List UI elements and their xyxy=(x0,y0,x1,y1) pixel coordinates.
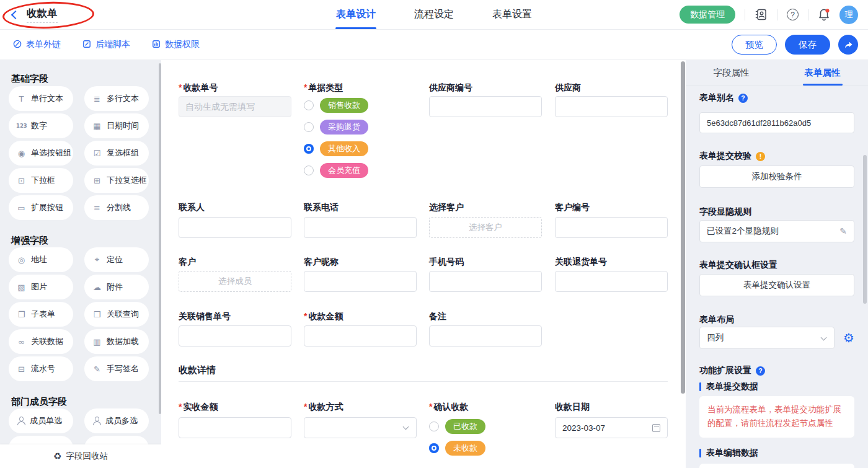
sidebar-item-dropdown[interactable]: ⊡下拉框 xyxy=(9,168,73,193)
related-return-no-input[interactable] xyxy=(555,271,668,292)
data-permission-label: 数据权限 xyxy=(165,39,200,50)
sidebar-item-linked-query[interactable]: ❒关联查询 xyxy=(84,302,149,327)
amount-input[interactable] xyxy=(304,325,417,347)
backend-script-button[interactable]: 后端脚本 xyxy=(82,39,130,51)
edit-icon[interactable] xyxy=(839,226,847,236)
submit-validation-label: 表单提交校验 xyxy=(699,151,751,162)
doc-type-option-member-recharge[interactable]: 会员充值 xyxy=(304,163,417,178)
sidebar-item-linked-data[interactable]: ∞关联数据 xyxy=(9,329,73,354)
field-sidebar: 基础字段 T单行文本 ≣多行文本 123数字 ▦日期时间 ◉单选按钮组 ☑复选框… xyxy=(0,60,161,468)
sidebar-item-multi-line-text[interactable]: ≣多行文本 xyxy=(84,86,149,111)
form-canvas: 收款单号 单据类型 销售收款 采购退货 其他收入 会员充值 供应商编号 供应商 xyxy=(161,60,686,468)
checkbox-group-icon: ☑ xyxy=(92,149,102,158)
field-label-receipt-date: 收款日期 xyxy=(555,402,668,413)
doc-type-option-other-income[interactable]: 其他收入 xyxy=(304,141,417,156)
customer-member-picker[interactable]: 选择成员 xyxy=(179,271,291,292)
field-label-remark: 备注 xyxy=(429,311,542,322)
sidebar-item-serial-number[interactable]: ⊟流水号 xyxy=(9,356,73,381)
payment-method-select[interactable] xyxy=(304,417,417,438)
tab-form-properties[interactable]: 表单属性 xyxy=(777,60,868,86)
sidebar-item-member-multi[interactable]: 成员多选 xyxy=(84,408,149,433)
submit-confirm-button[interactable]: 表单提交确认设置 xyxy=(699,274,854,296)
tab-flow-settings[interactable]: 流程设定 xyxy=(414,0,454,29)
page-title: 收款单 xyxy=(27,7,58,23)
confirm-option-received[interactable]: 已收款 xyxy=(429,419,542,434)
panel-scrollbar[interactable] xyxy=(863,155,867,304)
section-title-receipt-detail: 收款详情 xyxy=(179,364,216,376)
field-label-customer-nick: 客户昵称 xyxy=(304,257,417,268)
radio-unselected-icon[interactable] xyxy=(429,422,439,431)
divider xyxy=(745,9,745,20)
sidebar-item-address[interactable]: ◎地址 xyxy=(9,247,73,272)
actual-amount-input[interactable] xyxy=(179,417,291,438)
tab-form-design[interactable]: 表单设计 xyxy=(336,0,376,29)
single-line-text-icon: T xyxy=(16,94,27,104)
gear-icon[interactable] xyxy=(843,330,854,345)
tab-field-properties[interactable]: 字段属性 xyxy=(686,60,777,86)
receipt-no-input[interactable] xyxy=(179,96,291,117)
radio-selected-icon[interactable] xyxy=(429,443,439,453)
sidebar-item-single-line-text[interactable]: T单行文本 xyxy=(9,86,73,111)
signature-icon: ✎ xyxy=(92,364,102,374)
save-button[interactable]: 保存 xyxy=(785,35,830,55)
sidebar-item-checkbox-group[interactable]: ☑复选框组 xyxy=(84,141,149,166)
visibility-rules-box[interactable]: 已设置2个显隐规则 xyxy=(699,220,854,242)
sidebar-item-location[interactable]: ⌖定位 xyxy=(84,247,149,272)
radio-unselected-icon[interactable] xyxy=(304,100,314,110)
share-button[interactable] xyxy=(838,35,858,55)
sidebar-item-radio-group[interactable]: ◉单选按钮组 xyxy=(9,141,73,166)
sidebar-item-extend-button[interactable]: ▭扩展按钮 xyxy=(9,195,73,220)
doc-type-option-sales[interactable]: 销售收款 xyxy=(304,98,417,113)
remark-input[interactable] xyxy=(429,325,542,347)
layout-select[interactable]: 四列 xyxy=(699,327,835,349)
canvas-scrollbar[interactable] xyxy=(681,61,685,394)
sidebar-item-multi-dropdown[interactable]: ⊞下拉复选框 xyxy=(84,168,149,193)
data-manage-button[interactable]: 数据管理 xyxy=(680,6,735,24)
mobile-input[interactable] xyxy=(429,271,542,292)
sidebar-item-datetime[interactable]: ▦日期时间 xyxy=(84,113,149,138)
avatar[interactable]: 理 xyxy=(839,6,858,24)
address-book-icon[interactable] xyxy=(755,8,768,21)
back-button[interactable] xyxy=(12,12,19,18)
add-validation-button[interactable]: 添加校验条件 xyxy=(699,166,854,188)
notification-bell-icon[interactable] xyxy=(818,8,830,22)
sidebar-item-number[interactable]: 123数字 xyxy=(9,113,73,138)
warning-badge-icon[interactable] xyxy=(756,152,765,161)
field-label-amount: 收款金额 xyxy=(304,311,417,322)
contact-phone-input[interactable] xyxy=(304,217,417,238)
customer-no-input[interactable] xyxy=(555,217,668,238)
help-badge-icon[interactable] xyxy=(738,94,748,103)
sidebar-item-attachment[interactable]: ☁附件 xyxy=(84,275,149,299)
preview-button[interactable]: 预览 xyxy=(732,35,777,55)
sidebar-item-image[interactable]: ▧图片 xyxy=(9,275,73,299)
help-icon[interactable] xyxy=(787,9,799,20)
tab-form-settings[interactable]: 表单设置 xyxy=(492,0,532,29)
select-customer-picker[interactable]: 选择客户 xyxy=(429,217,542,238)
form-alias-input[interactable] xyxy=(699,112,854,133)
radio-selected-icon[interactable] xyxy=(304,144,314,154)
confirm-option-not-received[interactable]: 未收款 xyxy=(429,441,542,456)
sidebar-item-subform[interactable]: ❐子表单 xyxy=(9,302,73,327)
chevron-down-icon xyxy=(821,335,827,341)
field-recycle-bin[interactable]: 字段回收站 xyxy=(0,444,161,468)
field-label-related-return-no: 关联退货单号 xyxy=(555,257,668,268)
sidebar-item-data-load[interactable]: ▥数据加载 xyxy=(84,329,149,354)
supplier-no-input[interactable] xyxy=(429,96,542,117)
sidebar-item-member-single[interactable]: 成员单选 xyxy=(9,408,73,433)
help-badge-icon[interactable] xyxy=(756,366,765,376)
radio-group-icon: ◉ xyxy=(16,149,27,158)
external-link-button[interactable]: 表单外链 xyxy=(12,39,61,51)
image-icon: ▧ xyxy=(16,283,27,292)
doc-type-option-purchase-return[interactable]: 采购退货 xyxy=(304,120,417,135)
customer-nick-input[interactable] xyxy=(304,271,417,292)
sidebar-item-signature[interactable]: ✎手写签名 xyxy=(84,356,149,381)
supplier-input[interactable] xyxy=(555,96,668,117)
contact-input[interactable] xyxy=(179,217,291,238)
receipt-date-input[interactable]: 2023-03-07 xyxy=(555,417,668,438)
related-sales-no-input[interactable] xyxy=(179,325,291,347)
backend-script-label: 后端脚本 xyxy=(95,39,130,50)
data-permission-button[interactable]: 数据权限 xyxy=(151,39,200,51)
radio-unselected-icon[interactable] xyxy=(304,122,314,132)
sidebar-item-divider-line[interactable]: ≡分割线 xyxy=(84,195,149,220)
radio-unselected-icon[interactable] xyxy=(304,166,314,175)
